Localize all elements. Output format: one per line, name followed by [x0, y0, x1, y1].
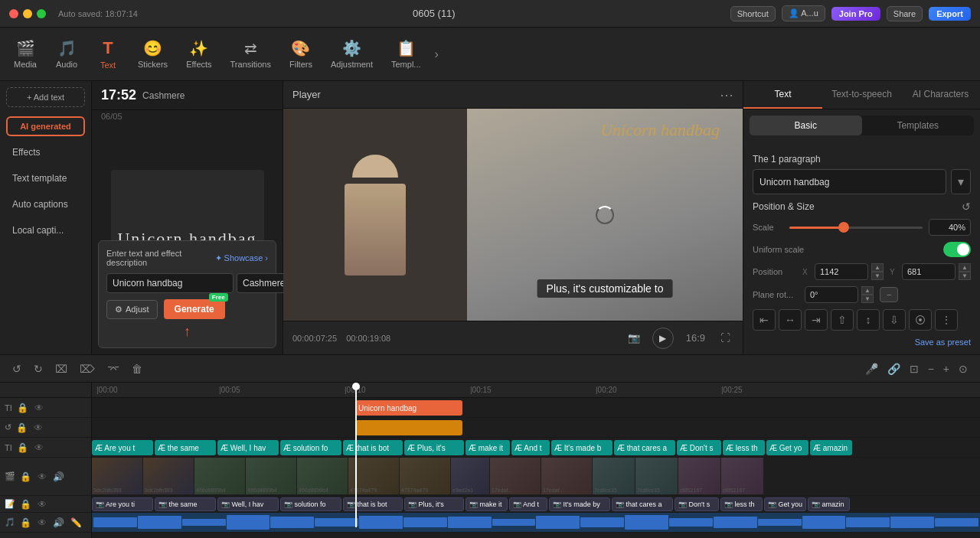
player-menu-button[interactable]: ⋯: [720, 86, 733, 103]
sub-clip-3[interactable]: 📷 Well, I hav: [217, 497, 279, 511]
align-right-button[interactable]: ⇥: [805, 309, 828, 331]
sub-clip-2[interactable]: 📷 the same: [155, 497, 216, 511]
uniform-scale-toggle[interactable]: [943, 242, 971, 257]
close-button[interactable]: [9, 9, 18, 18]
sub-clip-12[interactable]: 📷 less th: [720, 497, 763, 511]
export-button[interactable]: Export: [929, 7, 971, 21]
align-top-button[interactable]: ⇧: [831, 309, 854, 331]
scale-slider[interactable]: [789, 227, 923, 229]
sidebar-item-auto-captions[interactable]: Auto captions: [3, 193, 88, 216]
sub-clip-1[interactable]: 📷 Are you ti: [92, 497, 153, 511]
track2-visibility-button[interactable]: 👁: [32, 422, 44, 434]
align-left-button[interactable]: ⇤: [753, 309, 776, 331]
vid-thumb-12[interactable]: 7cd8cc15: [635, 458, 678, 494]
cap-clip-11[interactable]: Æ Don't s: [677, 440, 721, 455]
align-center-v-button[interactable]: ↕: [857, 309, 880, 331]
paragraph-dropdown-button[interactable]: ▾: [951, 169, 971, 194]
video-volume-button[interactable]: 🔊: [51, 471, 66, 483]
tl-split2-button[interactable]: ⌦: [77, 361, 98, 377]
subtitle-visibility-button[interactable]: 👁: [36, 498, 48, 510]
tab-ai-chars[interactable]: AI Characters: [901, 81, 980, 109]
sub-clip-5[interactable]: 📷 that is bot: [343, 497, 403, 511]
adjust-button[interactable]: ⚙ Adjust: [106, 300, 158, 319]
maximize-button[interactable]: [37, 9, 46, 18]
cap-clip-13[interactable]: Æ Get yo: [766, 440, 808, 455]
join-pro-button[interactable]: Join Pro: [831, 7, 880, 21]
video-visibility-button[interactable]: 👁: [36, 471, 48, 483]
cap-clip-8[interactable]: Æ And t: [511, 440, 550, 455]
tool-effects[interactable]: ✨ Effects: [178, 34, 219, 73]
tl-trim-button[interactable]: ⌤: [104, 361, 122, 377]
sub-clip-7[interactable]: 📷 make it: [466, 497, 508, 511]
tl-delete-button[interactable]: 🗑: [129, 361, 145, 377]
tl-undo-button[interactable]: ↺: [9, 361, 24, 377]
audio-edit-button[interactable]: ✏️: [69, 517, 83, 529]
align-center-h-button[interactable]: ↔: [779, 309, 802, 331]
rot-increment-button[interactable]: ▲: [861, 286, 874, 295]
save-preset-button[interactable]: Save as preset: [915, 337, 971, 347]
tab-tts[interactable]: Text-to-speech: [822, 81, 901, 109]
tool-stickers[interactable]: 😊 Stickers: [130, 34, 175, 73]
vid-thumb-5[interactable]: 466d8899b4: [297, 458, 348, 494]
ratio-button[interactable]: 16:9: [683, 331, 708, 345]
reset-position-button[interactable]: ↺: [962, 201, 971, 213]
vid-thumb-8[interactable]: e9ad2a1: [451, 458, 489, 494]
tool-media[interactable]: 🎬 Media: [6, 34, 44, 73]
cap-clip-1[interactable]: Æ Are you t: [92, 440, 153, 455]
vid-thumb-4[interactable]: 466d8899b4: [246, 458, 296, 494]
tool-transitions[interactable]: ⇄ Transitions: [223, 34, 279, 73]
cap-clip-4[interactable]: Æ solution fo: [280, 440, 341, 455]
toolbar-more-icon[interactable]: ›: [432, 43, 442, 66]
tool-templates[interactable]: 📋 Templ...: [384, 34, 429, 73]
sub-clip-10[interactable]: 📷 that cares a: [612, 497, 673, 511]
x-position-input[interactable]: [815, 263, 868, 280]
sub-clip-4[interactable]: 📷 solution fo: [280, 497, 341, 511]
x-increment-button[interactable]: ▲: [871, 263, 884, 272]
sub-clip-9[interactable]: 📷 It's made by: [549, 497, 610, 511]
shortcut-button[interactable]: Shortcut: [730, 6, 776, 21]
vid-thumb-7[interactable]: 47374a479: [400, 458, 450, 494]
sub-clip-6[interactable]: 📷 Plus, it's: [404, 497, 464, 511]
tl-redo-button[interactable]: ↻: [31, 361, 46, 377]
track3-lock-button[interactable]: 🔒: [15, 442, 30, 454]
scale-value-input[interactable]: [929, 219, 971, 236]
cap-clip-9[interactable]: Æ It's made b: [551, 440, 612, 455]
add-text-button[interactable]: + Add text: [6, 87, 85, 107]
vid-thumb-2[interactable]: 9dc2bfb393: [143, 458, 194, 494]
vid-thumb-11[interactable]: 7cd8cc15: [593, 458, 635, 494]
audio-vol-button[interactable]: 🔊: [51, 517, 66, 529]
cap-clip-5[interactable]: Æ that is bot: [343, 440, 403, 455]
cap-clip-10[interactable]: Æ that cares a: [614, 440, 675, 455]
cap-clip-12[interactable]: Æ less th: [723, 440, 765, 455]
tl-zoom-out-button[interactable]: −: [925, 361, 937, 377]
cap-clip-14[interactable]: Æ amazin: [810, 440, 852, 455]
distribute-v-button[interactable]: ⋮: [935, 309, 958, 331]
sub-clip-13[interactable]: 📷 Get you: [764, 497, 806, 511]
vid-thumb-14[interactable]: d8f02167: [721, 458, 763, 494]
fullscreen-capture-button[interactable]: 📷: [625, 331, 643, 345]
generate-button[interactable]: Generate Free: [164, 299, 225, 319]
rotation-input[interactable]: [805, 286, 858, 303]
cap-clip-3[interactable]: Æ Well, I hav: [217, 440, 279, 455]
rot-decrement-button[interactable]: ▼: [861, 295, 874, 303]
paragraph-text-input[interactable]: [753, 169, 946, 194]
distribute-h-button[interactable]: ⦿: [909, 309, 932, 331]
x-decrement-button[interactable]: ▼: [871, 272, 884, 280]
tl-snap-button[interactable]: ⊡: [906, 361, 922, 377]
vid-thumb-1[interactable]: 9dc2bfb393: [92, 458, 142, 494]
showcase-link[interactable]: ✦ Showcase ›: [215, 253, 268, 263]
tool-audio[interactable]: 🎵 Audio: [47, 34, 86, 73]
clip-unicorn-handbag[interactable]: Unicorn handbag: [355, 400, 462, 416]
subtab-basic[interactable]: Basic: [750, 116, 862, 135]
video-lock-button[interactable]: 🔒: [18, 471, 33, 483]
subtab-templates[interactable]: Templates: [862, 116, 975, 135]
audio-lock-button[interactable]: 🔒: [18, 517, 33, 529]
play-button[interactable]: ▶: [652, 328, 674, 349]
ai-generated-button[interactable]: AI generated: [6, 116, 85, 136]
clip-amber[interactable]: [355, 420, 462, 435]
track2-lock-button[interactable]: 🔒: [15, 422, 29, 434]
sidebar-item-local-captions[interactable]: Local capti...: [3, 219, 88, 242]
tab-text[interactable]: Text: [743, 81, 822, 109]
sidebar-item-effects[interactable]: Effects: [3, 141, 88, 164]
subtitle-lock-button[interactable]: 🔒: [18, 498, 33, 510]
